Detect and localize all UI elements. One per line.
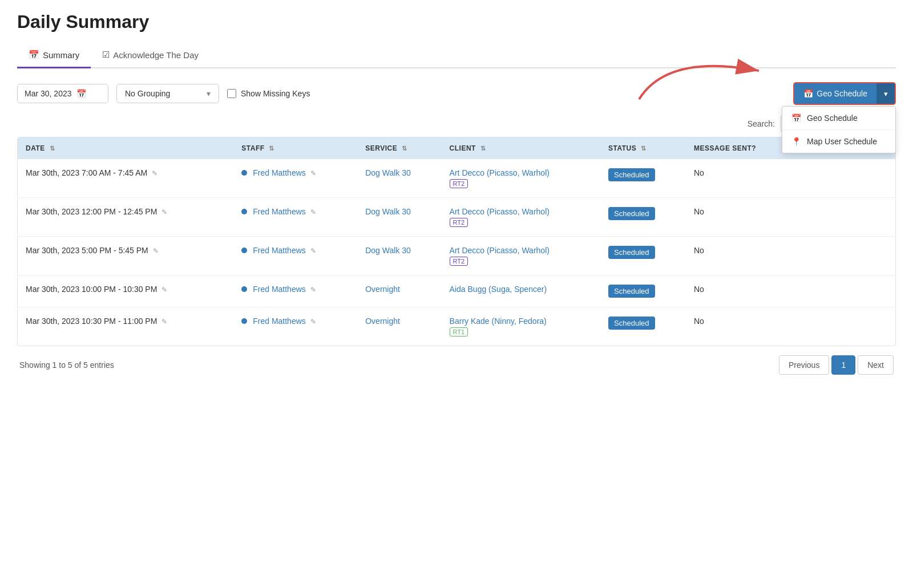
- service-link[interactable]: Overnight: [365, 285, 400, 294]
- cell-staff: Fred Matthews ✎: [233, 198, 357, 237]
- staff-edit-icon[interactable]: ✎: [310, 318, 316, 326]
- service-link[interactable]: Dog Walk 30: [365, 168, 411, 177]
- tab-summary[interactable]: 📅 Summary: [17, 43, 91, 68]
- edit-icon[interactable]: ✎: [153, 247, 159, 255]
- client-link[interactable]: Aida Bugg (Suga, Spencer): [450, 285, 592, 294]
- edit-icon[interactable]: ✎: [152, 169, 157, 177]
- client-link[interactable]: Art Decco (Picasso, Warhol): [450, 207, 592, 216]
- summary-tab-icon: 📅: [29, 50, 39, 60]
- previous-button[interactable]: Previous: [779, 355, 829, 375]
- cell-service: Dog Walk 30: [357, 198, 441, 237]
- geo-schedule-label: Geo Schedule: [817, 89, 867, 98]
- cell-staff: Fred Matthews ✎: [233, 159, 357, 198]
- table-header: DATE ⇅ STAFF ⇅ SERVICE ⇅ CLIENT ⇅ STATUS: [18, 137, 895, 159]
- status-badge: Scheduled: [608, 168, 655, 181]
- cell-client: Art Decco (Picasso, Warhol) RT2: [442, 198, 600, 237]
- staff-dot: [241, 248, 247, 253]
- cell-client: Barry Kade (Ninny, Fedora) RT1: [442, 307, 600, 346]
- cell-date: Mar 30th, 2023 12:00 PM - 12:45 PM ✎: [18, 198, 233, 237]
- sort-icon-date: ⇅: [50, 145, 55, 152]
- geo-schedule-option[interactable]: 📅 Geo Schedule: [782, 107, 895, 129]
- geo-schedule-dropdown: 📅 Geo Schedule 📍 Map User Schedule: [782, 106, 896, 153]
- show-missing-keys-label[interactable]: Show Missing Keys: [227, 89, 310, 98]
- col-staff[interactable]: STAFF ⇅: [233, 137, 357, 159]
- cell-date: Mar 30th, 2023 7:00 AM - 7:45 AM ✎: [18, 159, 233, 198]
- calendar-icon: 📅: [76, 89, 86, 98]
- edit-icon[interactable]: ✎: [161, 318, 167, 326]
- map-user-schedule-option[interactable]: 📍 Map User Schedule: [782, 129, 895, 153]
- service-link[interactable]: Overnight: [365, 317, 400, 326]
- cell-service: Dog Walk 30: [357, 237, 441, 275]
- sort-icon-status: ⇅: [641, 145, 647, 152]
- cell-status: Scheduled: [600, 275, 686, 307]
- cell-staff: Fred Matthews ✎: [233, 307, 357, 346]
- cell-date: Mar 30th, 2023 10:00 PM - 10:30 PM ✎: [18, 275, 233, 307]
- map-user-schedule-icon: 📍: [791, 137, 801, 146]
- client-link[interactable]: Art Decco (Picasso, Warhol): [450, 246, 592, 255]
- sort-icon-service: ⇅: [402, 145, 407, 152]
- cell-visit-duration: [793, 275, 895, 307]
- cell-date: Mar 30th, 2023 10:30 PM - 11:00 PM ✎: [18, 307, 233, 346]
- cell-status: Scheduled: [600, 159, 686, 198]
- cell-status: Scheduled: [600, 307, 686, 346]
- chevron-down-icon-geo: ▾: [884, 90, 888, 98]
- search-label: Search:: [748, 119, 775, 128]
- table-body: Mar 30th, 2023 7:00 AM - 7:45 AM ✎ Fred …: [18, 159, 895, 346]
- table-row: Mar 30th, 2023 5:00 PM - 5:45 PM ✎ Fred …: [18, 237, 895, 275]
- rt-badge-green: RT1: [450, 327, 468, 336]
- cell-service: Overnight: [357, 307, 441, 346]
- staff-edit-icon[interactable]: ✎: [310, 208, 316, 216]
- staff-link[interactable]: Fred Matthews: [253, 317, 306, 326]
- col-client[interactable]: CLIENT ⇅: [442, 137, 600, 159]
- date-picker[interactable]: Mar 30, 2023 📅: [17, 84, 108, 103]
- client-link[interactable]: Barry Kade (Ninny, Fedora): [450, 317, 592, 326]
- geo-schedule-button[interactable]: 📅 Geo Schedule: [794, 83, 876, 104]
- cell-message-sent: No: [686, 198, 793, 237]
- tabs-bar: 📅 Summary ☑ Acknowledge The Day: [17, 43, 896, 68]
- cell-visit-duration: [793, 198, 895, 237]
- col-message-sent: MESSAGE SENT?: [686, 137, 793, 159]
- staff-link[interactable]: Fred Matthews: [253, 168, 306, 177]
- cell-staff: Fred Matthews ✎: [233, 275, 357, 307]
- geo-schedule-dropdown-toggle[interactable]: ▾: [876, 83, 895, 104]
- rt-badge: RT2: [450, 257, 468, 266]
- summary-tab-label: Summary: [43, 50, 79, 60]
- page-1-button[interactable]: 1: [831, 355, 855, 375]
- staff-edit-icon[interactable]: ✎: [310, 169, 316, 177]
- client-link[interactable]: Art Decco (Picasso, Warhol): [450, 168, 592, 177]
- tab-acknowledge[interactable]: ☑ Acknowledge The Day: [91, 43, 210, 68]
- sort-icon-client: ⇅: [480, 145, 486, 152]
- staff-link[interactable]: Fred Matthews: [253, 207, 306, 216]
- cell-visit-duration: [793, 237, 895, 275]
- geo-schedule-icon: 📅: [803, 89, 813, 98]
- geo-schedule-group: 📅 Geo Schedule ▾ 📅 Geo Schedule 📍 Map Us…: [793, 82, 896, 105]
- cell-client: Aida Bugg (Suga, Spencer): [442, 275, 600, 307]
- staff-edit-icon[interactable]: ✎: [310, 247, 316, 255]
- table-row: Mar 30th, 2023 7:00 AM - 7:45 AM ✎ Fred …: [18, 159, 895, 198]
- table-row: Mar 30th, 2023 10:00 PM - 10:30 PM ✎ Fre…: [18, 275, 895, 307]
- staff-dot: [241, 170, 247, 176]
- service-link[interactable]: Dog Walk 30: [365, 207, 411, 216]
- service-link[interactable]: Dog Walk 30: [365, 246, 411, 255]
- edit-icon[interactable]: ✎: [161, 208, 167, 216]
- next-button[interactable]: Next: [858, 355, 894, 375]
- chevron-down-icon: ▾: [207, 89, 211, 98]
- edit-icon[interactable]: ✎: [161, 286, 167, 294]
- grouping-dropdown[interactable]: No Grouping ▾: [116, 84, 219, 103]
- cell-visit-duration: [793, 159, 895, 198]
- show-missing-keys-checkbox[interactable]: [227, 89, 236, 98]
- col-service[interactable]: SERVICE ⇅: [357, 137, 441, 159]
- staff-link[interactable]: Fred Matthews: [253, 246, 306, 255]
- col-status[interactable]: STATUS ⇅: [600, 137, 686, 159]
- col-date[interactable]: DATE ⇅: [18, 137, 233, 159]
- staff-dot: [241, 209, 247, 214]
- staff-edit-icon[interactable]: ✎: [310, 286, 316, 294]
- cell-message-sent: No: [686, 159, 793, 198]
- cell-client: Art Decco (Picasso, Warhol) RT2: [442, 237, 600, 275]
- rt-badge: RT2: [450, 218, 468, 227]
- rt-badge: RT2: [450, 179, 468, 188]
- map-user-schedule-label: Map User Schedule: [807, 137, 877, 146]
- cell-status: Scheduled: [600, 198, 686, 237]
- status-badge: Scheduled: [608, 285, 655, 298]
- staff-link[interactable]: Fred Matthews: [253, 285, 306, 294]
